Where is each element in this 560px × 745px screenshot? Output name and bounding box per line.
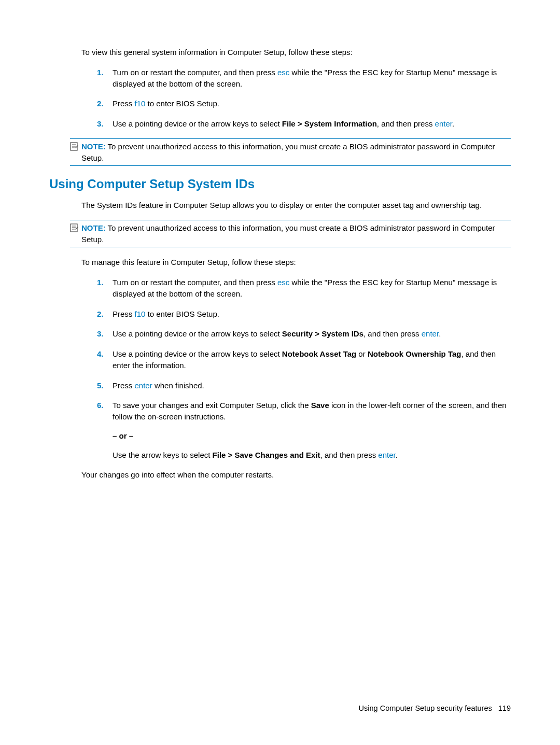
note-text: NOTE: To prevent unauthorized access to … [81,141,511,164]
list-item: 6. To save your changes and exit Compute… [97,400,511,460]
list-body: Press f10 to enter BIOS Setup. [113,98,511,109]
list-number: 1. [97,277,113,300]
key-enter: enter [135,381,152,390]
alt-step: Use the arrow keys to select File > Save… [113,449,511,461]
list-number: 1. [97,67,113,90]
note-icon [70,141,81,151]
section-system-ids: The System IDs feature in Computer Setup… [81,200,511,211]
list-body: Turn on or restart the computer, and the… [113,277,511,300]
list-number: 5. [97,380,113,391]
list-body: Use a pointing device or the arrow keys … [113,328,511,340]
note-callout: NOTE: To prevent unauthorized access to … [70,138,511,166]
list-item: 2. Press f10 to enter BIOS Setup. [97,98,511,109]
key-esc: esc [277,278,289,287]
list-body: To save your changes and exit Computer S… [113,400,511,460]
note-text: NOTE: To prevent unauthorized access to … [81,222,511,245]
list-item: 3. Use a pointing device or the arrow ke… [97,328,511,340]
list-number: 2. [97,98,113,109]
list-item: 2. Press f10 to enter BIOS Setup. [97,308,511,320]
intro-paragraph: To manage this feature in Computer Setup… [81,257,511,268]
list-number: 2. [97,308,113,320]
list-body: Turn on or restart the computer, and the… [113,67,511,90]
list-item: 3. Use a pointing device or the arrow ke… [97,118,511,130]
list-item: 1. Turn on or restart the computer, and … [97,277,511,300]
page-footer: Using Computer Setup security features 1… [359,703,511,714]
section-heading: Using Computer Setup System IDs [49,175,511,193]
document-page: To view this general system information … [0,0,560,745]
intro-paragraph: To view this general system information … [81,47,511,58]
list-body: Use a pointing device or the arrow keys … [113,348,511,371]
key-f10: f10 [135,310,146,318]
key-esc: esc [277,68,289,77]
note-callout: NOTE: To prevent unauthorized access to … [70,220,511,248]
key-enter: enter [435,119,452,128]
key-enter: enter [378,451,395,459]
list-item: 1. Turn on or restart the computer, and … [97,67,511,90]
list-number: 3. [97,118,113,130]
list-body: Press f10 to enter BIOS Setup. [113,308,511,320]
list-body: Use a pointing device or the arrow keys … [113,118,511,130]
note-icon [70,222,81,233]
list-item: 5. Press enter when finished. [97,380,511,391]
list-number: 6. [97,400,113,460]
intro-paragraph: The System IDs feature in Computer Setup… [81,200,511,211]
key-enter: enter [422,329,439,338]
list-body: Press enter when finished. [113,380,511,391]
list-item: 4. Use a pointing device or the arrow ke… [97,348,511,371]
or-separator: – or – [113,430,511,442]
outro-paragraph: Your changes go into effect when the com… [81,469,511,481]
list-number: 4. [97,348,113,371]
list-number: 3. [97,328,113,340]
section-system-ids-steps: To manage this feature in Computer Setup… [81,257,511,481]
section-view-system-info: To view this general system information … [81,47,511,130]
key-f10: f10 [135,99,146,108]
